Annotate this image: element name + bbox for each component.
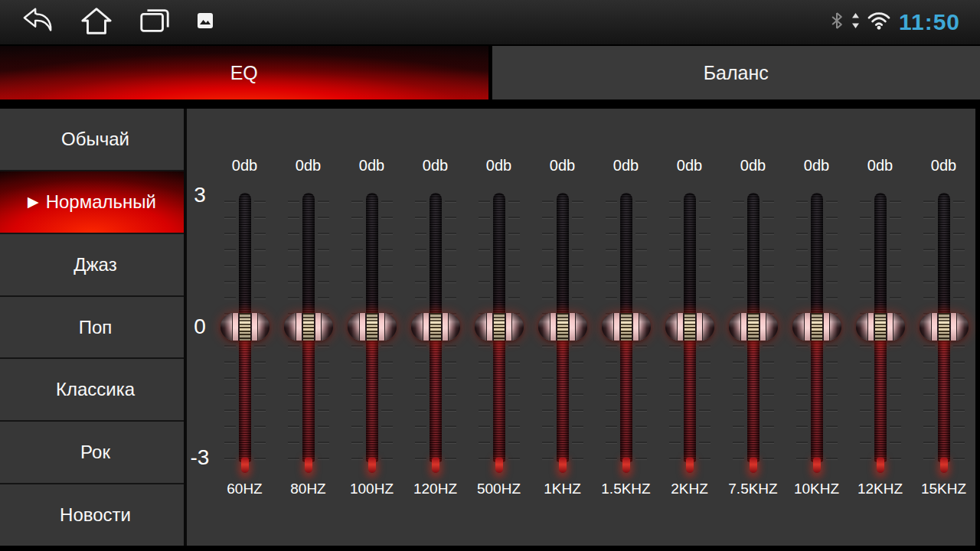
thumb-band-left: [550, 313, 557, 341]
selected-marker-icon: ▶: [28, 193, 39, 210]
band-slider[interactable]: [790, 193, 844, 474]
band-slider[interactable]: [663, 193, 717, 474]
slider-thumb[interactable]: [538, 313, 587, 341]
thumb-band-right: [315, 313, 322, 341]
home-button[interactable]: [80, 5, 113, 39]
tab-eq-label: EQ: [230, 62, 258, 84]
preset-item-1[interactable]: Обычай: [0, 109, 184, 170]
slider-thumb[interactable]: [602, 313, 651, 341]
eq-band: 0db 100HZ: [340, 109, 403, 546]
bands-row: 0db 60HZ 0db: [213, 109, 975, 546]
eq-band: 0db 15KHZ: [912, 109, 975, 546]
band-slider[interactable]: [218, 193, 272, 474]
band-freq-label: 60HZ: [227, 481, 262, 497]
eq-band: 0db 2KHZ: [658, 109, 721, 546]
eq-band: 0db 120HZ: [403, 109, 467, 546]
data-transfer-arrows-icon: [852, 12, 859, 32]
band-slider[interactable]: [409, 193, 462, 474]
band-value-label: 0db: [296, 156, 321, 174]
slider-thumb[interactable]: [220, 313, 270, 341]
thumb-band-left: [296, 313, 302, 341]
thumb-grip: [684, 313, 696, 341]
band-value-label: 0db: [232, 156, 257, 174]
band-value-label: 0db: [359, 156, 384, 174]
band-freq-label: 10KHZ: [794, 481, 839, 497]
eq-band: 0db 10KHZ: [785, 109, 848, 546]
slider-thumb[interactable]: [348, 313, 397, 341]
equalizer-panel: 3 0 -3 0db 60HZ 0db: [187, 109, 975, 546]
thumb-band-right: [378, 313, 385, 341]
band-slider[interactable]: [854, 193, 907, 474]
band-freq-label: 1KHZ: [544, 481, 581, 497]
thumb-band-left: [486, 313, 493, 341]
thumb-band-left: [423, 313, 430, 341]
thumb-band-left: [359, 313, 366, 341]
band-freq-label: 120HZ: [413, 481, 457, 497]
thumb-grip: [620, 313, 632, 341]
preset-label: Новости: [60, 504, 131, 526]
tab-eq[interactable]: EQ: [0, 46, 488, 99]
thumb-cap-left: [729, 313, 740, 341]
slider-tip: [432, 458, 439, 473]
preset-item-6[interactable]: Рок: [0, 422, 184, 483]
tab-balance[interactable]: Баланс: [492, 46, 980, 99]
thumb-cap-right: [576, 313, 587, 341]
band-slider[interactable]: [472, 193, 526, 474]
band-slider[interactable]: [345, 193, 399, 474]
thumb-grip: [430, 313, 442, 341]
band-slider[interactable]: [917, 193, 971, 474]
slider-thumb[interactable]: [475, 313, 524, 341]
preset-label: Джаз: [74, 254, 116, 276]
slider-thumb[interactable]: [411, 313, 460, 341]
thumb-cap-left: [602, 313, 613, 341]
band-slider[interactable]: [599, 193, 653, 474]
band-value-label: 0db: [677, 156, 702, 174]
back-button[interactable]: [20, 5, 55, 39]
thumb-cap-left: [411, 313, 423, 341]
gallery-button[interactable]: [196, 11, 214, 33]
thumb-band-right: [950, 313, 957, 341]
scale-minus3: -3: [187, 446, 213, 469]
slider-thumb[interactable]: [792, 313, 841, 341]
scale-zero: 0: [187, 315, 213, 338]
band-freq-label: 2KHZ: [671, 481, 708, 497]
thumb-cap-left: [792, 313, 804, 341]
preset-item-7[interactable]: Новости: [0, 484, 184, 546]
thumb-band-right: [760, 313, 766, 341]
band-slider[interactable]: [536, 193, 590, 474]
thumb-band-right: [696, 313, 703, 341]
preset-item-4[interactable]: Поп: [0, 297, 184, 358]
band-freq-label: 7.5KHZ: [728, 481, 777, 497]
preset-item-2[interactable]: ▶ Нормальный: [0, 171, 184, 233]
bluetooth-icon: [829, 10, 844, 34]
clock: 11:50: [899, 9, 960, 35]
preset-item-5[interactable]: Классика: [0, 359, 184, 420]
nav-icons: [20, 5, 214, 39]
eq-band: 0db 80HZ: [276, 109, 340, 546]
preset-label: Нормальный: [46, 191, 156, 213]
slider-tip: [750, 458, 757, 473]
thumb-band-left: [804, 313, 811, 341]
slider-thumb[interactable]: [729, 313, 778, 341]
preset-list: Обычай ▶ Нормальный Джаз Поп Классика Ро…: [0, 109, 184, 546]
band-slider[interactable]: [727, 193, 780, 474]
eq-band: 0db 1KHZ: [531, 109, 594, 546]
slider-thumb[interactable]: [665, 313, 714, 341]
band-slider[interactable]: [282, 193, 335, 474]
slider-thumb[interactable]: [284, 313, 333, 341]
recents-button[interactable]: [138, 5, 172, 39]
eq-band: 0db 60HZ: [213, 109, 276, 546]
slider-thumb[interactable]: [856, 313, 905, 341]
thumb-cap-right: [385, 313, 397, 341]
thumb-band-right: [442, 313, 449, 341]
slider-thumb[interactable]: [920, 313, 969, 341]
band-freq-label: 15KHZ: [921, 481, 966, 497]
thumb-band-right: [569, 313, 576, 341]
band-value-label: 0db: [423, 156, 448, 174]
thumb-grip: [302, 313, 315, 341]
status-indicators: 11:50: [829, 9, 960, 35]
back-arrow-icon: [20, 5, 55, 39]
preset-item-3[interactable]: Джаз: [0, 234, 184, 295]
band-value-label: 0db: [740, 156, 766, 174]
band-value-label: 0db: [613, 156, 639, 174]
